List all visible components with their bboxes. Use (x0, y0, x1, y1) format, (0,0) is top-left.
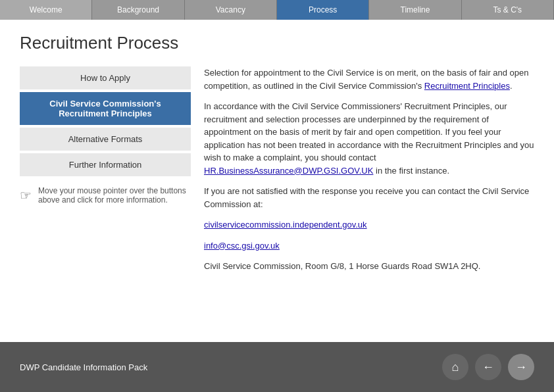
how-to-apply-button[interactable]: How to Apply (20, 66, 191, 89)
previous-button[interactable]: ← (475, 354, 501, 380)
recruitment-principles-link[interactable]: Recruitment Principles (424, 81, 510, 91)
home-icon: ⌂ (452, 360, 459, 374)
nav-ts-cs[interactable]: Ts & C's (462, 0, 554, 20)
nav-background[interactable]: Background (92, 0, 184, 20)
civil-service-button[interactable]: Civil Service Commission's Recruitment P… (20, 92, 191, 125)
paragraph-2: In accordance with the Civil Service Com… (204, 100, 534, 177)
next-button[interactable]: → (508, 354, 534, 380)
next-icon: → (515, 360, 527, 374)
paragraph-2-start: In accordance with the Civil Service Com… (204, 101, 534, 162)
nav-process[interactable]: Process (277, 0, 369, 20)
further-information-button[interactable]: Further Information (20, 153, 191, 176)
footer-navigation: ⌂ ← → (442, 354, 534, 380)
paragraph-3: If you are not satisfied with the respon… (204, 185, 534, 210)
page-title: Recruitment Process (20, 33, 534, 53)
nav-timeline[interactable]: Timeline (369, 0, 461, 20)
paragraph-1: Selection for appointment to the Civil S… (204, 66, 534, 92)
alternative-formats-button[interactable]: Alternative Formats (20, 128, 191, 151)
address-paragraph: Civil Service Commission, Room G/8, 1 Ho… (204, 260, 534, 273)
civil-service-commission-link[interactable]: civilservicecommission.independent.gov.u… (204, 220, 367, 230)
left-sidebar: How to Apply Civil Service Commission's … (20, 66, 191, 281)
footer-title: DWP Candidate Information Pack (20, 362, 147, 372)
content-layout: How to Apply Civil Service Commission's … (20, 66, 534, 281)
hint-text: Move your mouse pointer over the buttons… (38, 186, 191, 205)
paragraph-1-end: . (510, 81, 513, 91)
home-button[interactable]: ⌂ (442, 354, 468, 380)
complaint-email-link[interactable]: HR.BusinessAssurance@DWP.GSI.GOV.UK (204, 166, 373, 176)
nav-welcome[interactable]: Welcome (0, 0, 92, 20)
link-2-paragraph: info@csc.gsi.gov.uk (204, 239, 534, 253)
nav-vacancy[interactable]: Vacancy (185, 0, 277, 20)
info-email-link[interactable]: info@csc.gsi.gov.uk (204, 241, 280, 251)
link-1-paragraph: civilservicecommission.independent.gov.u… (204, 218, 534, 232)
top-navigation: Welcome Background Vacancy Process Timel… (0, 0, 554, 20)
main-content: Recruitment Process How to Apply Civil S… (0, 20, 554, 342)
prev-icon: ← (482, 360, 494, 374)
paragraph-2-end: in the first instance. (373, 166, 449, 176)
sidebar-hint: ☞ Move your mouse pointer over the butto… (20, 186, 191, 205)
right-content-area: Selection for appointment to the Civil S… (204, 66, 534, 281)
cursor-icon: ☞ (20, 187, 32, 203)
footer: DWP Candidate Information Pack ⌂ ← → (0, 342, 554, 392)
